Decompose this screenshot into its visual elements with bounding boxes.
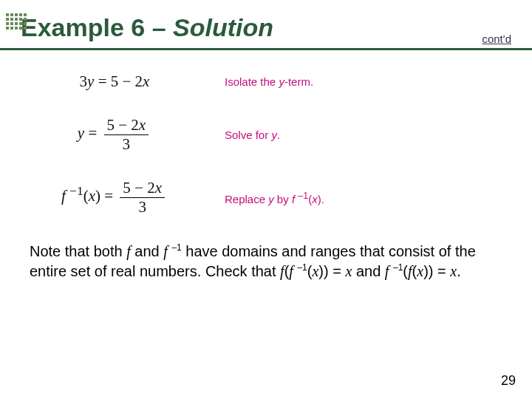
page-title: Example 6 – Solution	[21, 13, 532, 44]
decor-dots-icon	[6, 13, 27, 31]
note-text: Note that both f and f –1 have domains a…	[0, 242, 532, 282]
step-math: y = 5 − 2x3	[30, 116, 200, 154]
step-math: 3y = 5 − 2x	[30, 72, 200, 91]
steps-area: 3y = 5 − 2x Isolate the y-term. y = 5 − …	[0, 50, 532, 216]
continued-label: cont'd	[482, 33, 511, 45]
step-math: f −1(x) = 5 − 2x3	[30, 179, 200, 216]
slide-header: Example 6 – Solution cont'd	[0, 0, 532, 50]
step-annotation: Isolate the y-term.	[225, 75, 313, 88]
step-row: y = 5 − 2x3 Solve for y.	[30, 116, 502, 154]
title-prefix: Example 6 –	[21, 13, 173, 41]
step-row: f −1(x) = 5 − 2x3 Replace y by f –1(x).	[30, 179, 502, 216]
step-annotation: Replace y by f –1(x).	[225, 191, 324, 205]
page-number: 29	[501, 373, 516, 389]
step-row: 3y = 5 − 2x Isolate the y-term.	[30, 72, 502, 91]
title-italic: Solution	[173, 13, 273, 41]
step-annotation: Solve for y.	[225, 129, 280, 141]
